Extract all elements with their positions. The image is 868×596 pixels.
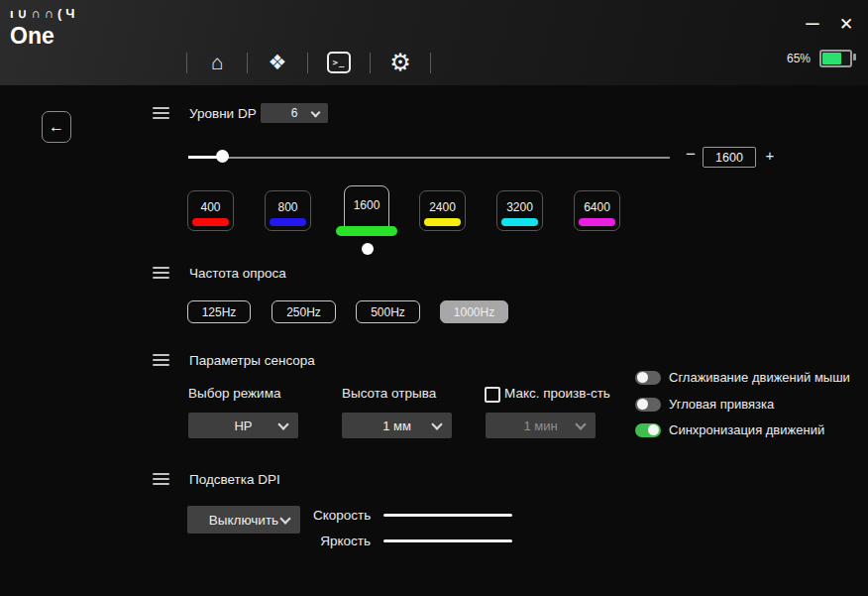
max-performance-label: Макс. произв-сть [504, 386, 610, 401]
toggle-row: Сглаживание движений мыши [635, 370, 850, 385]
dpi-preset-3200[interactable]: 3200 [496, 190, 543, 231]
selected-preset-indicator-dot [362, 243, 374, 255]
dpi-preset-label: 400 [188, 200, 233, 214]
section-menu-icon [153, 107, 169, 119]
toggle-row: Угловая привязка [635, 397, 774, 412]
dpi-preset-label: 1600 [345, 198, 388, 212]
mouse-smoothing-toggle[interactable] [635, 371, 661, 385]
settings-gear-icon[interactable]: ⚙ [382, 50, 418, 75]
chevron-down-icon [431, 418, 442, 429]
liftoff-value: 1 мм [382, 418, 411, 433]
toolbar-divider [430, 53, 431, 73]
toggle-row: Синхронизация движений [635, 422, 824, 437]
max-performance-checkbox[interactable] [485, 387, 500, 403]
toggle-knob [637, 399, 648, 410]
dpi-preset-color-bar [501, 218, 538, 226]
battery-status: 65% [787, 50, 852, 67]
dpi-preset-color-bar [579, 218, 615, 226]
battery-icon [819, 50, 852, 67]
mode-dropdown[interactable]: HP [188, 413, 298, 438]
dpi-preset-1600[interactable]: 1600 [344, 185, 389, 232]
chevron-down-icon [575, 418, 586, 429]
dpi-preset-color-bar [192, 218, 229, 226]
backlight-mode-value: Выключить [209, 513, 278, 528]
polling-125hz-button[interactable]: 125Hz [187, 300, 251, 323]
toolbar-divider [186, 53, 187, 73]
angle-snapping-label: Угловая привязка [669, 397, 774, 412]
angle-snapping-toggle[interactable] [635, 398, 661, 412]
battery-nub [853, 54, 856, 60]
dpi-preset-label: 2400 [420, 200, 465, 214]
backlight-section-title: Подсветка DPI [189, 472, 280, 487]
dpi-slider-fill [188, 156, 222, 159]
back-button[interactable]: ← [42, 111, 71, 143]
dpi-preset-800[interactable]: 800 [265, 190, 311, 231]
dpi-value-field[interactable]: 1600 [703, 147, 756, 168]
polling-250hz-button[interactable]: 250Hz [271, 300, 336, 323]
header-bar: ι∪∩∩(Ч One – ✕ ⌂ ❖ >_ ⚙ 65% [0, 0, 868, 85]
close-button[interactable]: ✕ [834, 14, 858, 35]
toolbar-divider [247, 53, 248, 73]
dpi-slider-thumb[interactable] [216, 150, 229, 163]
toggle-knob [648, 424, 659, 435]
battery-fill [822, 53, 841, 64]
dpi-preset-6400[interactable]: 6400 [574, 190, 620, 231]
product-name: One [10, 23, 78, 49]
max-performance-value: 1 мин [523, 418, 557, 433]
liftoff-label: Высота отрыва [342, 386, 436, 401]
brand-wordmark: ι∪∩∩(Ч [10, 7, 78, 22]
backlight-speed-label: Скорость [313, 508, 371, 523]
backlight-speed-slider[interactable] [383, 514, 512, 517]
polling-1000hz-button[interactable]: 1000Hz [440, 300, 508, 323]
chevron-down-icon [279, 513, 290, 524]
section-menu-icon [153, 473, 169, 485]
sensor-section-title: Параметры сенсора [189, 353, 315, 368]
backlight-mode-dropdown[interactable]: Выключить [187, 506, 300, 534]
mode-value: HP [234, 418, 252, 433]
macro-terminal-icon[interactable]: >_ [327, 52, 351, 73]
brand-logo: ι∪∩∩(Ч One [10, 7, 78, 49]
dpi-levels-value: 6 [291, 106, 298, 120]
liftoff-dropdown[interactable]: 1 мм [342, 413, 452, 438]
toolbar-divider [370, 53, 371, 73]
dpi-preset-color-bar [424, 218, 461, 226]
battery-percent-label: 65% [787, 52, 811, 65]
dpi-preset-label: 6400 [575, 200, 619, 214]
dpi-preset-label: 3200 [497, 200, 542, 214]
backlight-brightness-label: Яркость [313, 534, 371, 548]
chevron-down-icon [277, 418, 288, 429]
main-toolbar: ⌂ ❖ >_ ⚙ [186, 49, 431, 76]
dpi-slider[interactable] [188, 157, 670, 159]
modes-icon[interactable]: ❖ [260, 50, 295, 75]
minimize-button[interactable]: – [801, 8, 824, 36]
backlight-brightness-slider[interactable] [383, 539, 512, 542]
dpi-preset-400[interactable]: 400 [187, 190, 234, 231]
home-icon[interactable]: ⌂ [199, 50, 235, 75]
toolbar-divider [307, 53, 308, 73]
dpi-preset-color-bar [336, 226, 397, 236]
section-menu-icon [153, 267, 169, 279]
mode-select-label: Выбор режима [188, 386, 280, 401]
motion-sync-label: Синхронизация движений [669, 422, 824, 437]
chevron-down-icon [311, 108, 321, 118]
section-menu-icon [153, 354, 169, 366]
polling-section-title: Частота опроса [189, 266, 286, 281]
dpi-decrease-button[interactable]: − [683, 145, 699, 165]
app-window: ι∪∩∩(Ч One – ✕ ⌂ ❖ >_ ⚙ 65% ← Уровни DP [0, 0, 868, 596]
motion-sync-toggle[interactable] [635, 423, 661, 437]
dpi-preset-color-bar [270, 218, 306, 226]
dpi-preset-label: 800 [266, 200, 310, 214]
polling-500hz-button[interactable]: 500Hz [356, 300, 420, 323]
max-performance-dropdown[interactable]: 1 мин [486, 413, 596, 438]
mouse-smoothing-label: Сглаживание движений мыши [669, 370, 850, 385]
dpi-preset-2400[interactable]: 2400 [419, 190, 466, 231]
dpi-section-title: Уровни DP [189, 106, 257, 121]
dpi-increase-button[interactable]: + [762, 147, 778, 164]
toggle-knob [637, 372, 648, 383]
dpi-levels-dropdown[interactable]: 6 [261, 103, 328, 123]
